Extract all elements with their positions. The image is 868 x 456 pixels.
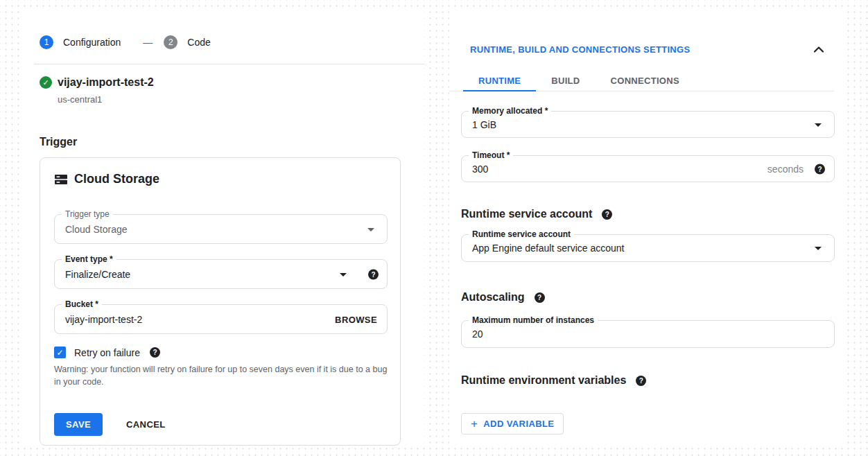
event-type-label: Event type * [62, 254, 116, 264]
trigger-card: Cloud Storage Trigger type Cloud Storage… [40, 157, 401, 446]
runtime-service-account-label: Runtime service account [469, 229, 574, 239]
timeout-label: Timeout * [469, 150, 513, 160]
timeout-unit: seconds [767, 164, 804, 175]
runtime-service-account-help-icon[interactable]: ? [602, 209, 612, 220]
save-button[interactable]: SAVE [54, 413, 103, 436]
step-1-label: Configuration [63, 37, 121, 48]
settings-expander[interactable]: RUNTIME, BUILD AND CONNECTIONS SETTINGS [470, 44, 833, 55]
step-separator: — [143, 37, 153, 48]
function-config-panel: 1 Configuration — 2 Code ✓ vijay-import-… [23, 8, 424, 447]
timeout-help-icon[interactable]: ? [815, 164, 825, 174]
trigger-provider-name: Cloud Storage [74, 172, 159, 186]
autoscaling-help-icon[interactable]: ? [535, 292, 545, 303]
env-vars-help-icon[interactable]: ? [636, 376, 646, 386]
dropdown-caret-icon [367, 228, 374, 231]
chevron-up-icon[interactable] [814, 46, 824, 53]
function-region: us-central1 [58, 94, 102, 105]
dropdown-caret-icon [815, 247, 822, 250]
plus-icon: + [471, 418, 478, 430]
function-name-row: ✓ vijay-import-test-2 [40, 76, 154, 89]
function-name: vijay-import-test-2 [58, 76, 154, 89]
cloud-storage-icon [54, 173, 68, 186]
cancel-button[interactable]: CANCEL [122, 419, 170, 430]
runtime-service-account-heading-text: Runtime service account [461, 208, 592, 220]
event-type-help-icon[interactable]: ? [368, 269, 379, 279]
trigger-type-label: Trigger type [62, 209, 113, 219]
stepper: 1 Configuration — 2 Code [40, 35, 211, 49]
retry-checkbox[interactable]: ✓ [54, 347, 66, 358]
step-configuration[interactable]: 1 Configuration [40, 35, 121, 49]
bucket-input[interactable]: Bucket * vijay-import-test-2 BROWSE [54, 304, 388, 334]
bucket-label: Bucket * [62, 299, 102, 309]
runtime-service-account-select[interactable]: Runtime service account App Engine defau… [461, 234, 835, 262]
memory-allocated-value: 1 GiB [472, 119, 496, 130]
env-vars-heading-text: Runtime environment variables [461, 374, 626, 387]
timeout-value: 300 [472, 164, 488, 175]
settings-expander-label: RUNTIME, BUILD AND CONNECTIONS SETTINGS [470, 44, 690, 55]
memory-allocated-select[interactable]: Memory allocated * 1 GiB [461, 111, 835, 138]
add-variable-button[interactable]: + ADD VARIABLE [461, 413, 564, 435]
retry-label: Retry on failure [74, 347, 140, 358]
event-type-select[interactable]: Event type * Finalize/Create ? [54, 259, 388, 289]
max-instances-input[interactable]: Maximum number of instances 20 [461, 320, 835, 348]
browse-button[interactable]: BROWSE [335, 314, 377, 324]
trigger-type-select[interactable]: Trigger type Cloud Storage [54, 214, 388, 244]
trigger-type-value: Cloud Storage [65, 224, 128, 235]
runtime-settings-panel: RUNTIME, BUILD AND CONNECTIONS SETTINGS … [449, 8, 847, 447]
bucket-value: vijay-import-test-2 [65, 314, 142, 325]
memory-allocated-label: Memory allocated * [469, 106, 551, 116]
step-1-circle: 1 [40, 35, 53, 49]
cloud-function-config-page: 1 Configuration — 2 Code ✓ vijay-import-… [0, 0, 868, 456]
trigger-section-title: Trigger [40, 136, 77, 148]
max-instances-label: Maximum number of instances [469, 315, 598, 325]
dropdown-caret-icon [815, 123, 822, 127]
retry-warning-text: Warning: your function will retry on fai… [54, 363, 392, 388]
step-2-label: Code [187, 37, 210, 48]
trigger-actions: SAVE CANCEL [54, 413, 170, 436]
env-vars-heading: Runtime environment variables ? [461, 374, 646, 387]
add-variable-label: ADD VARIABLE [483, 419, 554, 429]
stepper-divider [34, 64, 424, 64]
settings-tabs: RUNTIME BUILD CONNECTIONS [449, 71, 834, 91]
trigger-card-title: Cloud Storage [54, 172, 159, 186]
tab-connections[interactable]: CONNECTIONS [596, 71, 695, 91]
event-type-value: Finalize/Create [65, 269, 130, 280]
runtime-service-account-heading: Runtime service account ? [461, 208, 612, 220]
retry-on-failure-row: ✓ Retry on failure ? [54, 347, 160, 358]
autoscaling-heading-text: Autoscaling [461, 291, 525, 304]
timeout-input[interactable]: Timeout * 300 seconds ? [461, 155, 835, 182]
autoscaling-heading: Autoscaling ? [461, 291, 545, 304]
step-code[interactable]: 2 Code [164, 35, 210, 49]
retry-help-icon[interactable]: ? [150, 347, 160, 358]
max-instances-value: 20 [472, 328, 483, 340]
runtime-service-account-value: App Engine default service account [472, 243, 624, 254]
tab-runtime[interactable]: RUNTIME [463, 71, 536, 91]
success-check-icon: ✓ [40, 76, 52, 89]
dropdown-caret-icon [340, 273, 347, 277]
tab-build[interactable]: BUILD [536, 71, 595, 91]
step-2-circle: 2 [164, 35, 177, 49]
